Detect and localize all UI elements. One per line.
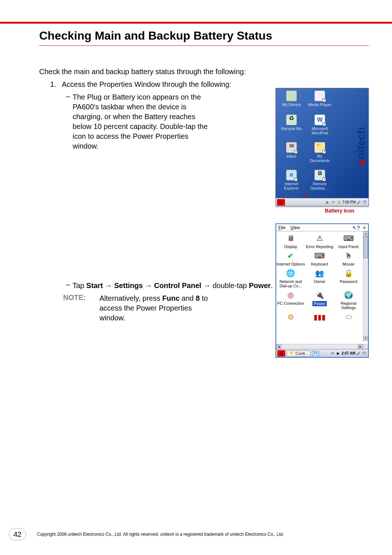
taskbar-app-label: Contr... (295, 351, 308, 356)
cp-item-pc-connection[interactable]: ◎PC Connection (276, 289, 305, 310)
control-panel-body: 🖥Display ⚠Error Reporting ⌨Input Panel ✔… (276, 231, 363, 341)
cp-row: ⚙ ▮▮▮ ⬭ (276, 312, 363, 323)
page-number: 42 (9, 528, 26, 540)
cp-label: Owner (305, 279, 334, 284)
cp-item-keyboard[interactable]: ⌨Keyboard (305, 250, 334, 266)
desktop-tray-icon[interactable]: 🗔 (362, 351, 367, 356)
cp-item-power[interactable]: 🔌Power (305, 289, 334, 310)
network-icon[interactable]: ⇄ (331, 200, 336, 205)
icon-label: My Documents (307, 154, 332, 163)
cp-item-mouse[interactable]: 🖱Mouse (334, 250, 363, 266)
cp-item-password[interactable]: 🔒Password (334, 268, 363, 288)
cp-item-partial1[interactable]: ⚙ (276, 312, 305, 323)
func-key: Func (162, 294, 180, 302)
bullet-2-text: Tap Start → Settings → Control Panel → d… (73, 280, 273, 291)
cp-item-display[interactable]: 🖥Display (276, 233, 305, 249)
pc-connection-icon: ◎ (285, 289, 296, 300)
desktop-icon-media-player[interactable]: ↗ Media Player (307, 90, 332, 107)
desktop-icon-my-device[interactable]: My Device (279, 90, 304, 107)
figure-desktop: My Device ↗ Media Player ♻ Recycle Bin W… (275, 88, 369, 214)
volume-icon[interactable]: 🔈 (325, 200, 330, 205)
cp-label: Internet Options (276, 262, 305, 266)
device-desktop: My Device ↗ Media Player ♻ Recycle Bin W… (275, 88, 369, 206)
horizontal-scrollbar[interactable]: ◀ ▶ (276, 344, 363, 349)
sip-icon[interactable]: 🖊 (356, 200, 362, 205)
menu-view[interactable]: View (290, 225, 300, 230)
cp-item-regional[interactable]: 🌍Regional Settings (334, 289, 363, 310)
arrow-icon: → (103, 281, 114, 289)
desktop-icon-my-documents[interactable]: 📁↗ My Documents (307, 142, 332, 163)
icon-label: Media Player (307, 102, 332, 107)
desktop-icon-ie[interactable]: e↗ Internet Explorer (279, 170, 304, 190)
taskbar: ⊞ 🔈 ⇄ 🔋 7:08 PM 🖊 🗔 (276, 198, 368, 206)
start-button[interactable]: ⊞ (277, 199, 285, 206)
eight-key: 8 (196, 294, 200, 302)
windows-flag-icon: ⊞ (279, 351, 283, 356)
battery-icon[interactable]: 🔋 (336, 200, 342, 205)
cp-label: PC Connection (276, 301, 305, 305)
desktop-icon-recycle-bin[interactable]: ♻ Recycle Bin (279, 114, 304, 131)
arrow-icon: → (143, 281, 154, 289)
scroll-left-icon[interactable]: ◀ (276, 344, 281, 349)
desktop-icon-remote-desktop[interactable]: 🖥↗ Remote Desktop ... (307, 170, 332, 190)
owner-icon: 👥 (314, 268, 325, 279)
network-icon[interactable]: ⇄ (330, 351, 335, 356)
desktop-tray-icon[interactable]: 🗔 (362, 200, 367, 205)
cp-item-partial3[interactable]: ⬭ (334, 312, 363, 323)
cp-item-internet-options[interactable]: ✔Internet Options (276, 250, 305, 266)
taskbar-clock[interactable]: 7:08 PM (342, 200, 356, 204)
desktop-icon-wordpad[interactable]: W↗ Microsoft WordPad (307, 114, 332, 135)
intro-paragraph: Check the main and backup battery status… (39, 68, 369, 76)
scroll-thumb[interactable] (363, 236, 368, 258)
cp-label: Password (334, 279, 363, 284)
t: and (180, 294, 196, 302)
device-icon (286, 90, 297, 101)
icon-label: Internet Explorer (279, 182, 304, 190)
cp-row: 🖥Display ⚠Error Reporting ⌨Input Panel (276, 233, 363, 249)
icon-label: My Device (279, 102, 304, 107)
cp-item-input-panel[interactable]: ⌨Input Panel (334, 233, 363, 249)
menubar-right: ↖? × (352, 225, 366, 231)
scroll-right-icon[interactable]: ▶ (358, 344, 363, 349)
control-panel-window: File View ↖? × 🖥Display ⚠Error Reporting… (275, 223, 369, 358)
generic-icon: ⬭ (343, 312, 354, 323)
page-title: Checking Main and Backup Battery Status (39, 29, 369, 46)
step-1: 1. Access the Properties Window through … (50, 80, 369, 89)
dash-icon: – (66, 280, 73, 289)
shortcut-overlay-icon: ↗ (322, 150, 326, 154)
sip-icon[interactable]: 🖊 (356, 351, 361, 356)
icon-label: Recycle Bin (279, 126, 304, 131)
mouse-icon: 🖱 (343, 250, 354, 261)
figure-control-panel: File View ↖? × 🖥Display ⚠Error Reporting… (275, 223, 369, 358)
unitech-logo: unitech (355, 127, 367, 166)
bullet-1-text: The Plug or Battery icon appears on the … (73, 92, 211, 151)
vertical-scrollbar[interactable]: ▲ ▼ (363, 231, 368, 341)
arrow-text: → double-tap (201, 281, 249, 289)
cp-item-owner[interactable]: 👥Owner (305, 268, 334, 288)
keyboard-icon: ⌨ (314, 250, 325, 261)
documents-icon: 📁↗ (314, 142, 325, 153)
windows-flag-icon: ⊞ (279, 200, 283, 205)
menubar: File View ↖? × (276, 224, 368, 231)
shortcut-overlay-icon: ↗ (322, 178, 326, 181)
fn-indicator[interactable]: Fn (312, 351, 319, 356)
desktop-icon-inbox[interactable]: ✉↗ Inbox (279, 142, 304, 158)
scroll-up-icon[interactable]: ▲ (363, 231, 368, 236)
cp-label: Error Reporting (305, 244, 334, 249)
menu-file[interactable]: File (278, 225, 285, 230)
page-footer: 42 Copyright 2008 unitech Electronics Co… (0, 528, 392, 540)
start-button[interactable]: ⊞ (277, 350, 285, 357)
taskbar-app-control-panel[interactable]: 📁Contr... (287, 351, 311, 356)
help-icon[interactable]: ↖? (352, 225, 360, 231)
step-number: 1. (50, 80, 56, 88)
cp-item-error-reporting[interactable]: ⚠Error Reporting (305, 233, 334, 249)
system-tray: 🔈 ⇄ 🔋 7:08 PM 🖊 🗔 (325, 200, 368, 205)
shortcut-overlay-icon: ↗ (322, 122, 326, 126)
close-icon[interactable]: × (363, 225, 366, 231)
plug-icon[interactable]: ▶ (336, 351, 341, 356)
scroll-down-icon[interactable]: ▼ (363, 336, 368, 341)
note-label: NOTE: (63, 293, 99, 323)
taskbar-clock[interactable]: 2:07 AM (342, 351, 355, 355)
cp-item-network[interactable]: 🌐Network and Dial-up Co... (276, 268, 305, 288)
cp-item-partial2[interactable]: ▮▮▮ (305, 312, 334, 323)
